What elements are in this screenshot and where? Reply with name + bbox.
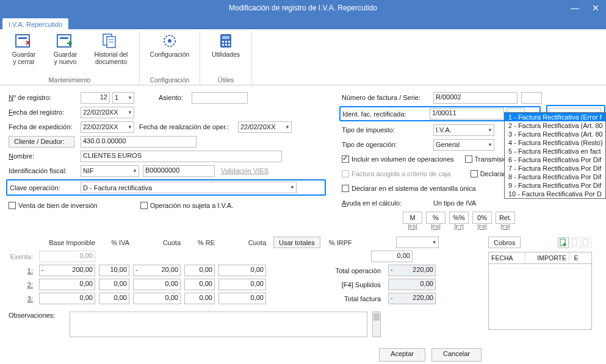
dropdown-item[interactable]: 7 - Factura Rectificativa Por Dif <box>505 164 605 173</box>
cobros-delete-button <box>581 237 592 248</box>
suplidos-value[interactable]: 0,00 <box>388 279 436 290</box>
dropdown-item[interactable]: 6 - Factura Rectificativa Por Dif <box>505 155 605 164</box>
num-factura-label: Número de factura / Serie: <box>342 94 433 101</box>
nreg-input[interactable]: 12 <box>81 92 110 104</box>
btn-ret[interactable]: Ret. <box>496 212 515 224</box>
row2-cuota2[interactable]: 0,00 <box>218 279 266 290</box>
tipo-operacion-select[interactable]: General▼ <box>433 139 494 151</box>
row3-re[interactable]: 0,00 <box>184 293 215 304</box>
venta-inversion-label: Venta de bien de inversión <box>18 202 98 209</box>
row3-cuota1[interactable]: 0,00 <box>133 293 181 304</box>
save-close-button[interactable]: Guardar y cerrar <box>6 32 41 65</box>
serie-input[interactable] <box>521 92 542 104</box>
utils-button[interactable]: Utilidades <box>206 32 245 59</box>
observaciones-scrollbar[interactable] <box>372 312 381 337</box>
dropdown-item[interactable]: 8 - Factura Rectificativa Por Dif <box>505 173 605 181</box>
config-label: Configuración <box>150 51 190 59</box>
clave-operacion-select[interactable]: D - Factura rectificativa▼ <box>81 182 297 193</box>
btn-m[interactable]: M <box>403 212 422 224</box>
venta-inversion-checkbox[interactable] <box>9 202 16 209</box>
dropdown-item[interactable]: 2 - Factura Rectificativa (Art. 80 <box>505 121 605 130</box>
cobros-body[interactable] <box>488 264 592 330</box>
cobros-button[interactable]: Cobros <box>488 237 521 248</box>
row3-base[interactable]: 0,00 <box>39 293 95 304</box>
nombre-input[interactable]: CLIENTES EUROS <box>81 151 282 162</box>
close-button[interactable]: ✕ <box>585 0 606 16</box>
btn-0pct[interactable]: 0% <box>472 212 492 224</box>
utils-label: Utilidades <box>212 51 240 59</box>
dropdown-item[interactable]: 5 - Factura Rectificativa en fact <box>505 147 605 155</box>
svg-rect-19 <box>572 239 577 246</box>
row1-iva[interactable]: 10,00 <box>99 265 129 276</box>
row1-re[interactable]: 0,00 <box>184 265 215 276</box>
volumen-op-label: Incluir en volumen de operaciones <box>352 155 454 163</box>
cancelar-button[interactable]: Cancelar <box>431 348 482 362</box>
save-new-label: Guardar y nuevo <box>54 51 78 65</box>
nreg-page-select[interactable]: 1▼ <box>112 92 134 104</box>
svg-rect-11 <box>222 36 229 39</box>
row1-cuota2[interactable]: 0,00 <box>218 265 266 276</box>
cliente-input[interactable]: 430.0.0.00000 <box>81 136 197 148</box>
fecha-registro-label: Fecha del registro: <box>9 109 81 116</box>
dropdown-item[interactable]: 4 - Factura Rectificativa (Resto) <box>505 138 605 147</box>
btn-pctpct[interactable]: %% <box>449 212 469 224</box>
clave-operacion-label: Clave operación: <box>10 184 81 191</box>
history-icon <box>101 32 121 50</box>
col-irpf: % IRPF <box>324 239 352 246</box>
row3-cuota2[interactable]: 0,00 <box>218 293 266 304</box>
btn-pct[interactable]: % <box>426 212 445 224</box>
asiento-input[interactable] <box>192 92 248 104</box>
svg-rect-20 <box>583 239 588 246</box>
dropdown-item[interactable]: 1 - Factura Rectificativa (Error f <box>505 113 605 121</box>
save-new-icon <box>55 32 76 50</box>
usar-totales-button[interactable]: Usar totales <box>273 237 320 248</box>
suplidos-label: [F4] Suplidos <box>311 281 384 288</box>
tipo-impuesto-select[interactable]: I.V.A.▼ <box>433 124 494 136</box>
dropdown-item[interactable]: 3 - Factura Rectificativa (Art. 80 <box>505 130 605 138</box>
rectificativa-dropdown-list[interactable]: 1 - Factura Rectificativa (Error f 2 - F… <box>504 112 606 199</box>
cobros-edit-button <box>569 237 580 248</box>
row1-cuota1[interactable]: -20,00 <box>133 265 181 276</box>
add-icon <box>559 238 568 247</box>
fecha-expedicion-input[interactable]: 22/02/20XX▼ <box>81 121 134 133</box>
vies-link[interactable]: Validación VIES <box>221 167 269 174</box>
num-factura-input[interactable]: R/00002 <box>433 92 518 104</box>
minimize-button[interactable]: — <box>565 0 585 16</box>
no-sujeta-checkbox[interactable] <box>140 202 148 209</box>
ident-rectificada-input[interactable]: 1/00011 <box>430 108 504 120</box>
row1-base[interactable]: -200,00 <box>39 265 95 276</box>
caja-checkbox <box>342 170 349 177</box>
ribbon-group-maint: Mantenimiento <box>49 76 91 84</box>
observaciones-textarea[interactable] <box>70 312 367 337</box>
row2-iva[interactable]: 0,00 <box>99 279 129 290</box>
idfiscal-num-input[interactable]: B00000000 <box>143 165 215 177</box>
row2-re[interactable]: 0,00 <box>184 279 215 290</box>
tipo-impuesto-label: Tipo de impuesto: <box>342 126 433 134</box>
config-button[interactable]: Configuración <box>146 32 193 59</box>
row2-base[interactable]: 0,00 <box>39 279 95 290</box>
ventanilla-checkbox[interactable] <box>342 185 349 192</box>
ribbon: Guardar y cerrar Guardar y nuevo Histori… <box>0 29 606 85</box>
transmision-checkbox[interactable] <box>465 155 472 163</box>
history-button[interactable]: Historial del documento <box>89 32 133 65</box>
ayuda-value: Un tipo de IVA <box>433 199 476 207</box>
fecha-registro-input[interactable]: 22/02/20XX▼ <box>81 107 134 118</box>
cliente-button[interactable]: Cliente / Deudor: <box>9 136 74 148</box>
asiento-label: Asiento: <box>159 94 192 101</box>
tab-iva-repercutido[interactable]: I.V.A. Repercutido <box>2 18 68 29</box>
idfiscal-tipo-select[interactable]: NIF▼ <box>81 165 139 177</box>
cobros-add-button[interactable] <box>558 237 569 248</box>
irpf-select[interactable]: ▼ <box>396 237 439 248</box>
fecha-oper-input[interactable]: 22/02/20XX▼ <box>238 121 292 133</box>
dropdown-item[interactable]: 10 - Factura Rectificativa Por D <box>505 190 605 198</box>
svg-rect-15 <box>222 44 224 46</box>
dropdown-item[interactable]: 9 - Factura Rectificativa Por Dif <box>505 181 605 190</box>
declarar-sub-checkbox[interactable] <box>471 170 478 177</box>
row3-iva[interactable]: 0,00 <box>99 293 129 304</box>
svg-point-9 <box>168 39 171 43</box>
volumen-op-checkbox[interactable] <box>342 155 349 163</box>
irpf-value[interactable]: 0,00 <box>371 251 413 262</box>
save-new-button[interactable]: Guardar y nuevo <box>48 32 83 65</box>
row2-cuota1[interactable]: 0,00 <box>133 279 181 290</box>
aceptar-button[interactable]: Aceptar <box>379 348 425 362</box>
